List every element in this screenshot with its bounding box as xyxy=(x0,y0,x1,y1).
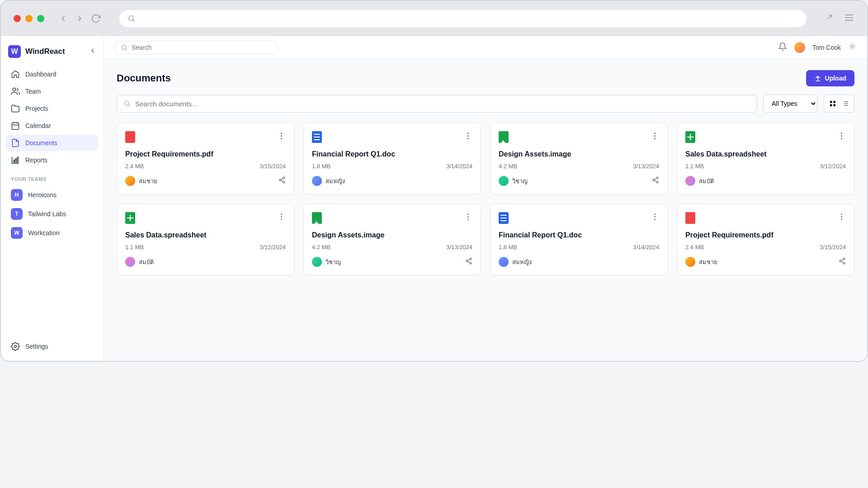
card-menu-button[interactable] xyxy=(837,131,846,140)
upload-icon xyxy=(814,75,821,82)
svg-point-42 xyxy=(840,260,841,262)
document-owner: วิชาญ xyxy=(312,257,341,267)
share-button[interactable] xyxy=(278,176,286,185)
team-item-heroicons[interactable]: HHeroicons xyxy=(6,185,98,204)
card-menu-button[interactable] xyxy=(463,131,472,140)
document-date: 3/14/2024 xyxy=(446,163,472,170)
owner-name: สมบัติ xyxy=(699,176,714,186)
card-menu-button[interactable] xyxy=(650,131,659,140)
sidebar-item-documents[interactable]: Documents xyxy=(6,135,98,151)
sidebar-item-projects[interactable]: Projects xyxy=(6,100,98,117)
document-name: Project Requirements.pdf xyxy=(125,150,286,158)
card-menu-button[interactable] xyxy=(277,212,286,221)
forward-button[interactable] xyxy=(74,13,85,24)
minimize-window-button[interactable] xyxy=(25,15,33,22)
card-menu-button[interactable] xyxy=(837,212,846,221)
svg-point-37 xyxy=(466,260,468,262)
share-button[interactable] xyxy=(652,176,659,185)
type-filter-select[interactable]: All Types xyxy=(763,95,817,113)
svg-point-26 xyxy=(283,177,285,179)
browser-chrome xyxy=(0,0,868,36)
nav-label: Projects xyxy=(25,105,48,112)
svg-rect-18 xyxy=(830,104,832,106)
sidebar-item-settings[interactable]: Settings xyxy=(6,338,98,355)
document-owner: สมบัติ xyxy=(125,257,154,267)
upload-button[interactable]: Upload xyxy=(806,70,854,86)
document-card[interactable]: Project Requirements.pdf 2.4 MB 3/15/202… xyxy=(117,123,294,194)
document-owner: สมบัติ xyxy=(685,176,714,186)
svg-rect-19 xyxy=(833,104,835,106)
team-item-workcation[interactable]: WWorkcation xyxy=(6,223,98,242)
owner-avatar xyxy=(125,176,135,186)
grid-view-button[interactable] xyxy=(827,98,839,109)
svg-line-34 xyxy=(655,180,657,182)
document-card[interactable]: Project Requirements.pdf 2.4 MB 3/15/202… xyxy=(677,204,854,275)
document-date: 3/15/2024 xyxy=(259,163,286,170)
team-item-tailwind-labs[interactable]: TTailwind Labs xyxy=(6,204,98,223)
document-date: 3/12/2024 xyxy=(820,163,846,170)
document-search-input[interactable] xyxy=(135,100,750,108)
document-name: Financial Report Q1.doc xyxy=(312,150,472,158)
url-bar[interactable] xyxy=(119,10,807,27)
document-size: 2.4 MB xyxy=(685,244,704,251)
owner-name: สมชาย xyxy=(699,257,717,267)
document-card[interactable]: Financial Report Q1.doc 1.8 MB 3/14/2024… xyxy=(490,204,668,275)
document-card[interactable]: Design Assets.image 4.2 MB 3/13/2024 วิช… xyxy=(303,204,481,275)
document-card[interactable]: Sales Data.spreadsheet 1.1 MB 3/12/2024 … xyxy=(117,204,294,275)
sidebar-item-dashboard[interactable]: Dashboard xyxy=(6,66,98,82)
brand-row: W WindReact xyxy=(6,42,98,66)
chart-icon xyxy=(11,156,20,165)
team-label: Heroicons xyxy=(28,191,57,199)
view-toggle xyxy=(824,95,854,113)
document-size: 1.8 MB xyxy=(312,163,330,170)
card-menu-button[interactable] xyxy=(277,131,286,140)
traffic-lights xyxy=(14,15,44,22)
document-card[interactable]: Sales Data.spreadsheet 1.1 MB 3/12/2024 … xyxy=(677,123,854,194)
team-label: Tailwind Labs xyxy=(28,210,66,218)
svg-point-31 xyxy=(656,177,658,179)
svg-line-44 xyxy=(841,261,844,263)
maximize-window-button[interactable] xyxy=(37,15,44,22)
svg-line-39 xyxy=(468,261,470,263)
close-window-button[interactable] xyxy=(14,15,21,22)
search-icon xyxy=(123,100,131,107)
sidebar-item-reports[interactable]: Reports xyxy=(6,152,98,168)
list-view-button[interactable] xyxy=(840,98,851,109)
svg-point-36 xyxy=(470,258,472,260)
sidebar-collapse-button[interactable] xyxy=(89,47,96,56)
search-icon xyxy=(121,44,128,51)
svg-point-41 xyxy=(843,258,845,260)
sheet-file-icon xyxy=(125,212,135,224)
user-avatar[interactable] xyxy=(794,42,805,53)
team-badge: T xyxy=(11,208,23,220)
document-search[interactable] xyxy=(117,95,757,113)
back-button[interactable] xyxy=(58,13,69,24)
menu-icon[interactable] xyxy=(844,12,854,25)
owner-name: สมหญิง xyxy=(512,257,532,267)
svg-point-32 xyxy=(653,179,655,181)
nav-arrows xyxy=(58,13,101,24)
card-menu-button[interactable] xyxy=(650,212,659,221)
brand-badge: W xyxy=(8,45,21,58)
notifications-button[interactable] xyxy=(778,42,787,53)
card-menu-button[interactable] xyxy=(463,212,472,221)
svg-point-13 xyxy=(122,45,126,49)
user-name: Tom Cook xyxy=(812,44,841,51)
document-card[interactable]: Financial Report Q1.doc 1.8 MB 3/14/2024… xyxy=(303,123,481,194)
share-button[interactable] xyxy=(465,257,472,266)
reload-button[interactable] xyxy=(90,13,101,24)
expand-icon[interactable] xyxy=(825,12,835,25)
nav-label: Dashboard xyxy=(25,71,57,78)
sidebar-item-team[interactable]: Team xyxy=(6,83,98,99)
page-title: Documents xyxy=(117,72,806,84)
topbar: Tom Cook xyxy=(104,36,867,59)
sidebar-item-calendar[interactable]: Calendar xyxy=(6,118,98,134)
share-button[interactable] xyxy=(839,257,846,266)
document-card[interactable]: Design Assets.image 4.2 MB 3/13/2024 วิช… xyxy=(490,123,668,194)
svg-rect-10 xyxy=(15,159,17,162)
top-search-input[interactable] xyxy=(132,44,272,51)
document-owner: สมหญิง xyxy=(499,257,532,267)
top-search[interactable] xyxy=(115,41,278,54)
theme-toggle-button[interactable] xyxy=(848,43,856,52)
document-date: 3/13/2024 xyxy=(446,244,472,251)
